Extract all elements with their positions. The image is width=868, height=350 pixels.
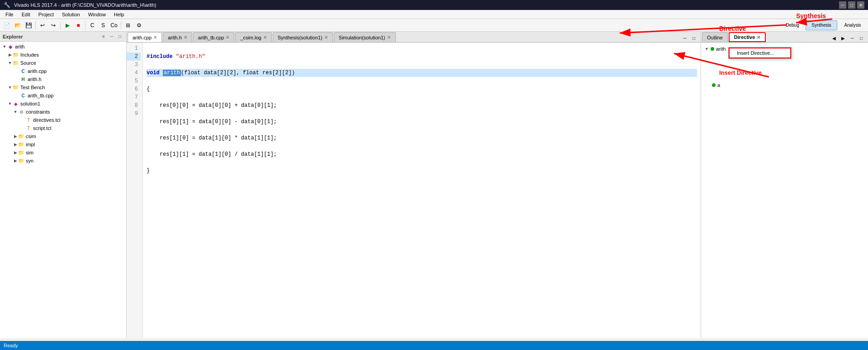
run-btn[interactable]: ▶ (62, 20, 72, 30)
title-text: Vivado HLS 2017.4 - arith (F:\CSDN_VIVAD… (14, 2, 156, 8)
stop-btn[interactable]: ■ (73, 20, 83, 30)
tab-arith-h-label: arith.h (168, 35, 182, 40)
right-back-btn[interactable]: ◀ (830, 34, 838, 42)
right-forward-btn[interactable]: ▶ (839, 34, 847, 42)
tree-item-solution1[interactable]: ▼ ◆ solution1 (0, 100, 126, 108)
toggle-sim[interactable]: ▶ (13, 150, 18, 155)
tab-synthesis[interactable]: Synthesis(solution1) ✕ (273, 32, 333, 42)
debug-perspective-btn[interactable]: Debug (781, 20, 804, 30)
tree-item-sim[interactable]: ▶ 📁 sim (0, 149, 126, 157)
tab-synthesis-close[interactable]: ✕ (324, 35, 328, 40)
minimize-button[interactable]: ─ (839, 1, 846, 9)
main-toolbar: 📄 📂 💾 ↩ ↪ ▶ ■ C S Co ⊞ ⚙ Debug Synthesis… (0, 19, 868, 32)
toggle-impl[interactable]: ▶ (13, 142, 18, 147)
toggle-syn[interactable]: ▶ (13, 158, 18, 163)
toggle-csim[interactable]: ▶ (13, 134, 18, 139)
line-num-2: 2 (127, 53, 141, 61)
right-minimize-btn[interactable]: ─ (848, 34, 856, 42)
menu-project[interactable]: Project (35, 11, 57, 18)
editor-minimize-btn[interactable]: ─ (681, 34, 689, 42)
toggle-source[interactable]: ▼ (7, 60, 13, 66)
line-num-7: 7 (127, 93, 141, 101)
tree-item-constraints[interactable]: ▼ ⚙ constraints (0, 108, 126, 116)
line-num-9: 9 (127, 110, 141, 118)
synth-btn[interactable]: S (98, 20, 108, 30)
tab-simulation-close[interactable]: ✕ (387, 35, 391, 40)
source-label: Source (20, 60, 36, 66)
window-controls[interactable]: ─ □ ✕ (839, 1, 864, 9)
menu-help[interactable]: Help (110, 11, 128, 18)
status-bar: Ready (0, 341, 868, 350)
tree-item-testbench[interactable]: ▼ 📁 Test Bench (0, 83, 126, 91)
editor-area: arith.cpp ✕ arith.h ✕ arith_tb.cpp ✕ _cs… (127, 32, 701, 338)
explorer-minimize-btn[interactable]: ─ (108, 33, 115, 40)
redo-btn[interactable]: ↪ (48, 20, 58, 30)
editor-content[interactable]: 1 2 3 4 5 6 7 8 9 #include "arith.h" voi… (127, 43, 701, 338)
undo-btn[interactable]: ↩ (38, 20, 47, 30)
code-editor[interactable]: #include "arith.h" void arith(float data… (143, 43, 701, 338)
explorer-maximize-btn[interactable]: □ (116, 33, 123, 40)
menu-bar: File Edit Project Solution Window Help (0, 10, 868, 19)
menu-file[interactable]: File (2, 11, 17, 18)
tree-item-source[interactable]: ▼ 📁 Source (0, 59, 126, 67)
a-dot (712, 83, 716, 87)
tab-arith-tb-cpp[interactable]: arith_tb.cpp ✕ (193, 32, 234, 42)
tab-arith-cpp-close[interactable]: ✕ (153, 35, 157, 40)
tab-arith-cpp[interactable]: arith.cpp ✕ (128, 32, 162, 42)
tree-item-arith[interactable]: ▼ ◆ arith (0, 43, 126, 51)
tree-item-arith-h[interactable]: ▶ H arith.h (0, 75, 126, 83)
analysis-perspective-btn[interactable]: Analysis (839, 20, 866, 30)
toggle-testbench[interactable]: ▼ (7, 85, 13, 90)
directives-tcl-icon: T (25, 117, 32, 123)
insert-directive-menu-item[interactable]: Insert Directive... (729, 48, 791, 58)
editor-tab-bar: arith.cpp ✕ arith.h ✕ arith_tb.cpp ✕ _cs… (127, 32, 701, 43)
tab-arith-cpp-label: arith.cpp (133, 35, 152, 40)
main-area: Explorer ≡ ─ □ ▼ ◆ arith ▶ 📁 Includes (0, 32, 868, 338)
toggle-arith[interactable]: ▼ (2, 44, 7, 49)
syn-label: syn (26, 158, 33, 163)
tab-arith-h[interactable]: arith.h ✕ (163, 32, 192, 42)
editor-maximize-btn[interactable]: □ (690, 34, 698, 42)
explorer-title: Explorer (3, 34, 23, 39)
settings-btn[interactable]: ⚙ (134, 20, 144, 30)
save-btn[interactable]: 💾 (24, 20, 33, 30)
menu-solution[interactable]: Solution (58, 11, 84, 18)
tree-item-includes[interactable]: ▶ 📁 Includes (0, 51, 126, 59)
tree-item-directives-tcl[interactable]: ▶ T directives.tcl (0, 116, 126, 124)
tab-directive-close[interactable]: ✕ (757, 35, 760, 40)
close-button[interactable]: ✕ (857, 1, 864, 9)
directives-tcl-label: directives.tcl (33, 117, 61, 123)
includes-folder-icon: 📁 (13, 52, 19, 58)
synthesis-perspective-btn[interactable]: Synthesis (806, 20, 837, 30)
maximize-button[interactable]: □ (848, 1, 855, 9)
tab-csim-log-close[interactable]: ✕ (263, 35, 267, 40)
menu-edit[interactable]: Edit (18, 11, 34, 18)
menu-window[interactable]: Window (85, 11, 109, 18)
tab-csim-log[interactable]: _csim.log ✕ (235, 32, 271, 42)
tree-item-syn[interactable]: ▶ 📁 syn (0, 157, 126, 165)
toggle-solution1[interactable]: ▼ (7, 101, 13, 106)
tree-item-arith-tb-cpp[interactable]: ▶ C arith_tb.cpp (0, 91, 126, 100)
open-btn[interactable]: 📂 (13, 20, 23, 30)
grid-btn[interactable]: ⊞ (123, 20, 133, 30)
csim-btn[interactable]: C (87, 20, 97, 30)
tree-item-csim[interactable]: ▶ 📁 csim (0, 132, 126, 140)
toggle-includes[interactable]: ▶ (7, 52, 13, 58)
explorer-header: Explorer ≡ ─ □ (0, 32, 126, 42)
tree-item-arith-cpp[interactable]: ▶ C arith.cpp (0, 67, 126, 75)
tree-item-impl[interactable]: ▶ 📁 impl (0, 140, 126, 149)
sim-folder-icon: 📁 (18, 149, 24, 156)
tab-arith-tb-cpp-close[interactable]: ✕ (226, 35, 229, 40)
new-btn[interactable]: 📄 (2, 20, 12, 30)
tab-simulation[interactable]: Simulation(solution1) ✕ (334, 32, 396, 42)
directive-tree-a[interactable]: a (703, 81, 866, 90)
right-maximize-btn[interactable]: □ (857, 34, 865, 42)
toggle-constraints[interactable]: ▼ (13, 109, 18, 115)
explorer-collapse-btn[interactable]: ≡ (100, 33, 107, 40)
sep1 (35, 21, 36, 29)
tab-arith-h-close[interactable]: ✕ (184, 35, 187, 40)
tab-directive[interactable]: Directive ✕ (729, 32, 766, 42)
tab-outline[interactable]: Outline (702, 32, 728, 42)
cosim-btn[interactable]: Co (109, 20, 119, 30)
tree-item-script-tcl[interactable]: ▶ T script.tcl (0, 124, 126, 132)
